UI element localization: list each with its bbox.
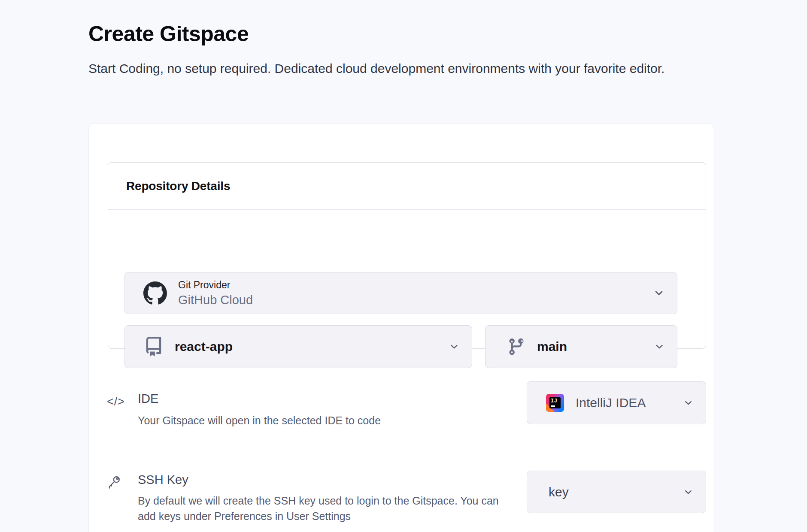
git-provider-label: Git Provider: [178, 279, 253, 291]
ide-description: Your Gitspace will open in the selected …: [138, 413, 381, 428]
branch-value: main: [537, 339, 567, 354]
ssh-key-description: By default we will create the SSH key us…: [138, 493, 501, 524]
code-icon: </>: [107, 395, 125, 408]
intellij-idea-icon: IJ: [546, 394, 564, 412]
chevron-down-icon: [683, 398, 694, 408]
ide-label: IDE: [138, 392, 158, 406]
ssh-key-label: SSH Key: [138, 473, 188, 487]
gitspace-form-panel: Repository Details Git Provider GitHub C…: [88, 123, 714, 532]
page-subtitle: Start Coding, no setup required. Dedicat…: [88, 59, 689, 78]
repository-details-heading: Repository Details: [126, 179, 230, 193]
ssh-key-select[interactable]: key: [527, 471, 706, 513]
repository-value: react-app: [175, 339, 233, 354]
chevron-down-icon: [654, 341, 665, 352]
page-title: Create Gitspace: [88, 21, 249, 46]
git-provider-text: Git Provider GitHub Cloud: [178, 279, 253, 307]
repository-details-header: Repository Details: [108, 163, 706, 210]
repo-icon: [144, 337, 164, 357]
git-provider-value: GitHub Cloud: [178, 293, 253, 307]
ide-value: IntelliJ IDEA: [576, 396, 646, 410]
git-provider-select[interactable]: Git Provider GitHub Cloud: [124, 272, 677, 314]
github-icon: [143, 281, 167, 305]
key-icon: [106, 475, 121, 490]
repository-details-card: Repository Details Git Provider GitHub C…: [108, 162, 706, 349]
git-branch-icon: [507, 337, 526, 356]
chevron-down-icon: [449, 341, 460, 352]
chevron-down-icon: [653, 287, 665, 299]
repository-select[interactable]: react-app: [124, 325, 472, 368]
ssh-key-value: key: [549, 485, 569, 499]
branch-select[interactable]: main: [485, 325, 677, 368]
chevron-down-icon: [683, 487, 694, 497]
ide-select[interactable]: IJ IntelliJ IDEA: [527, 381, 706, 424]
